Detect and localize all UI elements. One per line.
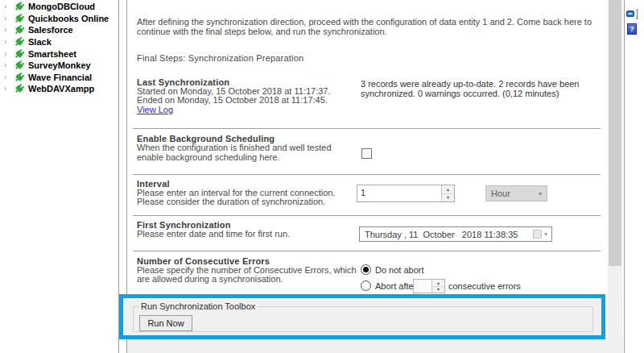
consecutive-errors-suffix-label: consecutive errors — [448, 282, 521, 292]
expand-chevron-icon[interactable]: › — [4, 38, 12, 46]
interval-unit-value: Hour — [491, 189, 510, 198]
tree-item-label[interactable]: Salesforce — [28, 25, 73, 35]
intro-paragraph: After defining the synchronization direc… — [137, 18, 608, 36]
interval-spinner: ▴ ▾ — [441, 185, 454, 201]
abort-after-option[interactable]: Abort after — [361, 280, 416, 291]
expand-chevron-icon[interactable]: › — [4, 85, 12, 93]
abort-count-value[interactable] — [414, 280, 431, 293]
chevron-down-icon: ▾ — [539, 190, 542, 197]
interval-unit-select[interactable]: Hour ▾ — [485, 185, 547, 201]
spin-down-icon[interactable]: ▾ — [432, 287, 444, 293]
section-divider — [133, 128, 601, 129]
app-window: › MongoDBCloud › Quickbooks Online › Sal… — [0, 0, 644, 353]
abort-after-radio[interactable] — [361, 280, 371, 291]
highlight-box: Run Synchronization Toolbox Run Now — [119, 294, 605, 339]
first-sync-description: Please enter date and time for first run… — [137, 230, 290, 239]
tree-item-mongodbcloud[interactable]: › MongoDBCloud — [0, 1, 118, 13]
interval-description-2: Please consider the duration of synchron… — [137, 197, 325, 207]
final-steps-title: Final Steps: Synchronization Preparation — [137, 53, 303, 63]
calendar-icon[interactable] — [533, 230, 542, 239]
tree-item-label[interactable]: MongoDBCloud — [28, 2, 95, 11]
tree-item-wave-financial[interactable]: › Wave Financial — [0, 72, 118, 84]
expand-chevron-icon[interactable]: › — [4, 15, 12, 23]
tree-item-surveymonkey[interactable]: › SurveyMonkey — [0, 60, 118, 72]
last-sync-summary: 3 records were already up-to-date. 2 rec… — [361, 80, 610, 98]
help-icon[interactable]: ? — [627, 23, 637, 35]
expand-chevron-icon[interactable]: › — [4, 50, 12, 58]
tree-item-slack[interactable]: › Slack — [0, 36, 118, 48]
bottom-panel — [127, 339, 623, 353]
run-toolbox-title: Run Synchronization Toolbox — [138, 301, 258, 311]
expand-chevron-icon[interactable]: › — [4, 2, 12, 10]
first-sync-datetime-value[interactable]: Thursday , 11 October 2018 11:38:35 — [360, 230, 518, 239]
section-divider — [133, 215, 601, 216]
interval-value[interactable]: 1 — [357, 185, 441, 201]
abort-count-spinner: ▴ ▾ — [431, 280, 444, 293]
expand-chevron-icon[interactable]: › — [4, 61, 12, 69]
tree-item-label[interactable]: Slack — [28, 37, 52, 47]
spin-up-icon[interactable]: ▴ — [432, 280, 444, 287]
gutter-border-line — [624, 0, 625, 353]
rename-field-icon[interactable] — [626, 9, 639, 19]
do-not-abort-label[interactable]: Do not abort — [375, 265, 424, 275]
view-log-link[interactable]: View Log — [137, 105, 173, 114]
background-scheduling-description: When the configuration is finished and w… — [137, 143, 342, 162]
expand-chevron-icon[interactable]: › — [4, 26, 12, 34]
connector-plug-icon — [13, 82, 27, 96]
run-toolbox-group: Run Synchronization Toolbox Run Now — [133, 301, 593, 332]
chevron-down-icon[interactable]: ▾ — [544, 230, 547, 238]
vertical-scrollbar[interactable] — [608, 0, 622, 353]
tree-item-label[interactable]: Wave Financial — [28, 73, 92, 82]
tree-item-label[interactable]: Smartsheet — [28, 49, 76, 59]
expand-chevron-icon[interactable]: › — [4, 73, 12, 81]
do-not-abort-option[interactable]: Do not abort — [361, 264, 424, 275]
section-divider — [133, 251, 601, 251]
interval-input[interactable]: 1 ▴ ▾ — [357, 185, 455, 202]
first-sync-datetime-picker[interactable]: Thursday , 11 October 2018 11:38:35 ▾ — [359, 226, 552, 242]
abort-count-input[interactable]: ▴ ▾ — [413, 279, 445, 293]
do-not-abort-radio[interactable] — [361, 264, 371, 275]
connector-tree: › MongoDBCloud › Quickbooks Online › Sal… — [0, 0, 118, 353]
tree-item-label[interactable]: WebDAVXampp — [28, 84, 94, 93]
tree-item-label[interactable]: SurveyMonkey — [28, 60, 91, 70]
last-sync-ended: Ended on Monday, 15 October 2018 at 11:1… — [137, 96, 328, 106]
abort-after-label[interactable]: Abort after — [375, 281, 416, 291]
tree-item-label[interactable]: Quickbooks Online — [28, 14, 109, 23]
section-divider — [133, 174, 601, 175]
background-scheduling-checkbox[interactable] — [361, 148, 372, 159]
spin-up-icon[interactable]: ▴ — [442, 185, 454, 194]
spin-down-icon[interactable]: ▾ — [442, 194, 454, 202]
tree-item-smartsheet[interactable]: › Smartsheet — [0, 48, 118, 60]
tree-item-salesforce[interactable]: › Salesforce — [0, 24, 118, 36]
consecutive-errors-description-2: are allowed during a synchronisation. — [137, 275, 283, 284]
run-now-button[interactable]: Run Now — [139, 315, 192, 331]
scrollbar-thumb[interactable] — [609, 0, 621, 266]
tree-item-webdavxampp[interactable]: › WebDAVXampp — [0, 83, 118, 95]
tree-item-quickbooks-online[interactable]: › Quickbooks Online — [0, 13, 118, 25]
